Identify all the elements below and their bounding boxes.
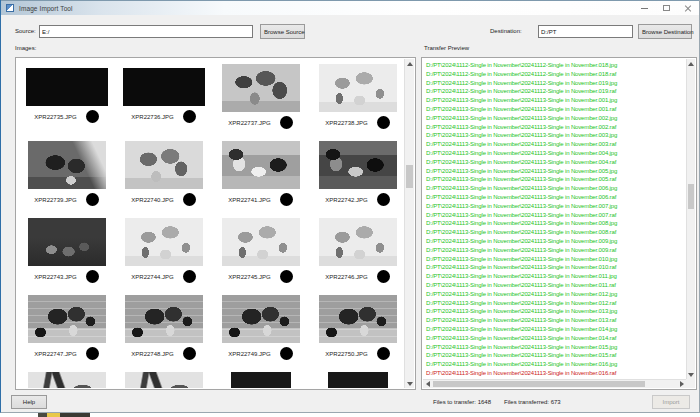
arrow-left-icon: [426, 381, 430, 387]
browse-destination-button[interactable]: Browse Destination: [638, 24, 692, 39]
image-thumbnail[interactable]: [28, 141, 106, 189]
image-item[interactable]: XPR22745.JPG: [212, 216, 309, 293]
close-button[interactable]: [677, 1, 699, 15]
image-item[interactable]: XPR22747.JPG: [18, 293, 115, 370]
image-thumbnail[interactable]: [123, 68, 205, 106]
image-item[interactable]: XPR22736.JPG: [115, 62, 212, 139]
image-thumbnail[interactable]: [125, 372, 203, 388]
image-thumbnail[interactable]: [319, 218, 397, 266]
scroll-down-button[interactable]: [687, 370, 695, 379]
browse-source-button[interactable]: Browse Source: [260, 24, 305, 39]
image-filename: XPR22744.JPG: [131, 274, 173, 280]
help-button[interactable]: Help: [11, 395, 47, 409]
image-thumbnail[interactable]: [319, 295, 397, 343]
image-thumbnail[interactable]: [222, 295, 300, 343]
selection-dot-icon[interactable]: [183, 270, 196, 283]
image-thumbnail[interactable]: [222, 64, 300, 112]
image-item[interactable]: [309, 370, 404, 388]
image-item[interactable]: XPR22746.JPG: [309, 216, 404, 293]
image-thumbnail[interactable]: [28, 295, 106, 343]
transfer-line: D:/PT\2024\1113-Single in November\20241…: [426, 123, 685, 132]
image-item[interactable]: XPR22748.JPG: [115, 293, 212, 370]
transfer-line: D:/PT\2024\1113-Single in November\20241…: [426, 299, 685, 308]
image-thumbnail[interactable]: [125, 141, 203, 189]
image-thumbnail[interactable]: [125, 218, 203, 266]
scrollbar-thumb[interactable]: [406, 165, 413, 188]
source-input[interactable]: [39, 25, 253, 38]
image-filename: XPR22742.JPG: [325, 197, 367, 203]
scroll-up-button[interactable]: [405, 59, 414, 68]
selection-dot-icon[interactable]: [86, 347, 99, 360]
image-thumbnail[interactable]: [28, 218, 106, 266]
selection-dot-icon[interactable]: [377, 270, 390, 283]
image-thumbnail[interactable]: [222, 141, 300, 189]
transfer-line: D:/PT\2024\1112-Single in November\20241…: [426, 61, 685, 70]
transfer-line: D:/PT\2024\1112-Single in November\20241…: [426, 87, 685, 96]
image-item[interactable]: XPR22737.JPG: [212, 62, 309, 139]
image-thumbnail[interactable]: [125, 295, 203, 343]
images-vertical-scrollbar[interactable]: [404, 59, 414, 388]
selection-dot-icon[interactable]: [280, 270, 293, 283]
image-item[interactable]: XPR22739.JPG: [18, 139, 115, 216]
image-thumbnail[interactable]: [319, 141, 397, 189]
image-item[interactable]: XPR22743.JPG: [18, 216, 115, 293]
image-thumbnail[interactable]: [319, 64, 397, 112]
images-label: Images:: [15, 45, 36, 51]
selection-dot-icon[interactable]: [86, 193, 99, 206]
selection-dot-icon[interactable]: [86, 270, 99, 283]
image-thumbnail[interactable]: [328, 372, 388, 388]
selection-dot-icon[interactable]: [377, 347, 390, 360]
image-caption: XPR22748.JPG: [131, 347, 195, 360]
scroll-up-button[interactable]: [687, 59, 695, 68]
image-item[interactable]: XPR22742.JPG: [309, 139, 404, 216]
selection-dot-icon[interactable]: [280, 347, 293, 360]
image-thumbnail[interactable]: [26, 68, 108, 106]
image-caption: XPR22739.JPG: [34, 193, 98, 206]
selection-dot-icon[interactable]: [86, 110, 99, 123]
selection-dot-icon[interactable]: [280, 116, 293, 129]
image-caption: XPR22740.JPG: [131, 193, 195, 206]
minimize-button[interactable]: [633, 1, 655, 15]
scrollbar-thumb[interactable]: [688, 184, 694, 209]
image-thumbnail[interactable]: [231, 372, 291, 388]
image-item[interactable]: XPR22740.JPG: [115, 139, 212, 216]
selection-dot-icon[interactable]: [183, 193, 196, 206]
files-transferred-status: Files transferred: 673: [504, 399, 561, 405]
image-item[interactable]: [212, 370, 309, 388]
destination-label: Destination:: [490, 28, 522, 34]
image-item[interactable]: XPR22738.JPG: [309, 62, 404, 139]
image-filename: XPR22747.JPG: [34, 351, 76, 357]
scrollbar-thumb[interactable]: [433, 381, 645, 387]
selection-dot-icon[interactable]: [377, 193, 390, 206]
image-item[interactable]: XPR22750.JPG: [309, 293, 404, 370]
transfer-line: D:/PT\2024\1113-Single in November\20241…: [426, 167, 685, 176]
image-item[interactable]: XPR22741.JPG: [212, 139, 309, 216]
import-button[interactable]: Import: [652, 395, 690, 409]
arrow-right-icon: [680, 381, 684, 387]
scroll-right-button[interactable]: [677, 380, 686, 388]
image-item[interactable]: [115, 370, 212, 388]
selection-dot-icon[interactable]: [280, 193, 293, 206]
image-item[interactable]: XPR22749.JPG: [212, 293, 309, 370]
app-icon: [6, 4, 14, 12]
image-thumbnail[interactable]: [222, 218, 300, 266]
maximize-button[interactable]: [655, 1, 677, 15]
titlebar: Image Import Tool: [1, 0, 699, 15]
scroll-down-button[interactable]: [405, 379, 414, 388]
image-item[interactable]: [18, 370, 115, 388]
image-caption: XPR22747.JPG: [34, 347, 98, 360]
transfer-horizontal-scrollbar[interactable]: [423, 379, 686, 388]
image-item[interactable]: XPR22735.JPG: [18, 62, 115, 139]
scroll-left-button[interactable]: [423, 380, 432, 388]
selection-dot-icon[interactable]: [183, 110, 196, 123]
image-item[interactable]: XPR22744.JPG: [115, 216, 212, 293]
maximize-icon: [663, 5, 670, 11]
selection-dot-icon[interactable]: [377, 116, 390, 129]
transfer-line: D:/PT\2024\1113-Single in November\20241…: [426, 237, 685, 246]
destination-input[interactable]: [538, 25, 633, 38]
image-filename: XPR22750.JPG: [325, 351, 367, 357]
transfer-vertical-scrollbar[interactable]: [686, 59, 695, 379]
selection-dot-icon[interactable]: [183, 347, 196, 360]
image-thumbnail[interactable]: [28, 372, 106, 388]
transfer-line: D:/PT\2024\1113-Single in November\20241…: [426, 140, 685, 149]
